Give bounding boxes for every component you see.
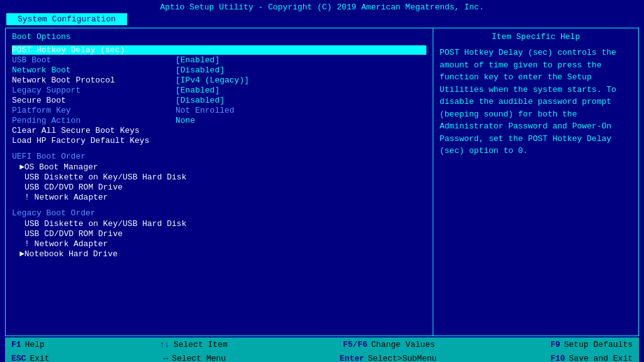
uefi-boot-order-header: UEFI Boot Order: [12, 152, 426, 161]
network-boot-value: [Disabled]: [175, 65, 225, 75]
menu-item-legacy-support[interactable]: Legacy Support [Enabled]: [12, 86, 426, 95]
tab-system-configuration[interactable]: System Configuration: [6, 13, 127, 25]
platform-key-label: Platform Key: [12, 106, 175, 115]
secure-boot-label: Secure Boot: [12, 96, 175, 105]
legacy-item-network-adapter[interactable]: ! Network Adapter: [12, 239, 426, 249]
legacy-boot-order-header: Legacy Boot Order: [12, 208, 426, 218]
bottom-esc-exit: ESC Exit: [11, 354, 50, 363]
load-hp-factory-label: Load HP Factory Default Keys: [12, 136, 175, 145]
legacy-item-notebook-hdd[interactable]: ►Notebook Hard Drive: [12, 249, 426, 259]
clear-secure-boot-label: Clear All Secure Boot Keys: [12, 126, 175, 135]
bottom-bar-row2: ESC Exit ↔ Select Menu Enter Select>SubM…: [5, 351, 639, 362]
uefi-item-usb-diskette[interactable]: USB Diskette on Key/USB Hard Disk: [12, 173, 426, 182]
uefi-item-network-adapter[interactable]: ! Network Adapter: [12, 193, 426, 202]
bottom-f9-setup-defaults: F9 Setup Defaults: [550, 340, 633, 349]
post-hotkey-label: POST Hotkey Delay (sec): [12, 45, 175, 55]
bottom-arrows-select-menu: ↔ Select Menu: [164, 354, 226, 363]
legacy-support-label: Legacy Support: [12, 86, 175, 95]
uefi-item-usb-cddvd[interactable]: USB CD/DVD ROM Drive: [12, 183, 426, 192]
post-hotkey-value: (0): [175, 45, 190, 55]
uefi-item-os-boot-manager[interactable]: ►OS Boot Manager: [12, 162, 426, 172]
menu-item-network-boot-protocol[interactable]: Network Boot Protocol [IPv4 (Legacy)]: [12, 76, 426, 85]
menu-item-platform-key[interactable]: Platform Key Not Enrolled: [12, 106, 426, 115]
section-title: Boot Options: [12, 32, 426, 42]
network-boot-label: Network Boot: [12, 65, 175, 75]
usb-boot-label: USB Boot: [12, 55, 175, 65]
menu-item-clear-secure-boot[interactable]: Clear All Secure Boot Keys: [12, 126, 426, 135]
title-text: Aptio Setup Utility - Copyright (C) 2019…: [160, 3, 484, 12]
usb-boot-value: [Enabled]: [175, 55, 219, 65]
help-title: Item Specific Help: [440, 32, 632, 42]
secure-boot-value: [Disabled]: [175, 96, 225, 105]
menu-item-post-hotkey[interactable]: POST Hotkey Delay (sec) (0): [12, 45, 426, 55]
right-panel: Item Specific Help POST Hotkey Delay (se…: [433, 28, 638, 336]
bottom-rows: F1 Help ↑↓ Select Item F5/F6 Change Valu…: [0, 337, 644, 362]
pending-action-value: None: [175, 116, 195, 125]
menu-item-secure-boot[interactable]: Secure Boot [Disabled]: [12, 96, 426, 105]
legacy-support-value: [Enabled]: [175, 86, 219, 95]
bottom-f1-help: F1 Help: [11, 340, 45, 349]
bottom-enter-submenu: Enter Select>SubMenu: [340, 354, 436, 363]
bottom-bar-row1: F1 Help ↑↓ Select Item F5/F6 Change Valu…: [5, 337, 639, 351]
network-boot-protocol-label: Network Boot Protocol: [12, 76, 175, 85]
bottom-f10-save-exit: F10 Save and Exit: [550, 354, 633, 363]
title-bar: Aptio Setup Utility - Copyright (C) 2019…: [0, 0, 644, 13]
main-content: Boot Options POST Hotkey Delay (sec) (0)…: [5, 28, 639, 336]
tab-bar: System Configuration: [0, 13, 644, 25]
bottom-arrows-select-item: ↑↓ Select Item: [160, 340, 227, 349]
menu-item-load-hp-factory[interactable]: Load HP Factory Default Keys: [12, 136, 426, 145]
network-boot-protocol-value: [IPv4 (Legacy)]: [175, 76, 249, 85]
menu-item-pending-action[interactable]: Pending Action None: [12, 116, 426, 125]
bottom-f5f6-change-values: F5/F6 Change Values: [343, 340, 435, 349]
pending-action-label: Pending Action: [12, 116, 175, 125]
help-text: POST Hotkey Delay (sec) controls the amo…: [440, 47, 632, 157]
menu-item-usb-boot[interactable]: USB Boot [Enabled]: [12, 55, 426, 65]
menu-item-network-boot[interactable]: Network Boot [Disabled]: [12, 65, 426, 75]
legacy-item-usb-diskette[interactable]: USB Diskette on Key/USB Hard Disk: [12, 219, 426, 229]
legacy-item-usb-cddvd[interactable]: USB CD/DVD ROM Drive: [12, 229, 426, 239]
platform-key-value: Not Enrolled: [175, 106, 235, 115]
left-panel: Boot Options POST Hotkey Delay (sec) (0)…: [6, 28, 433, 336]
